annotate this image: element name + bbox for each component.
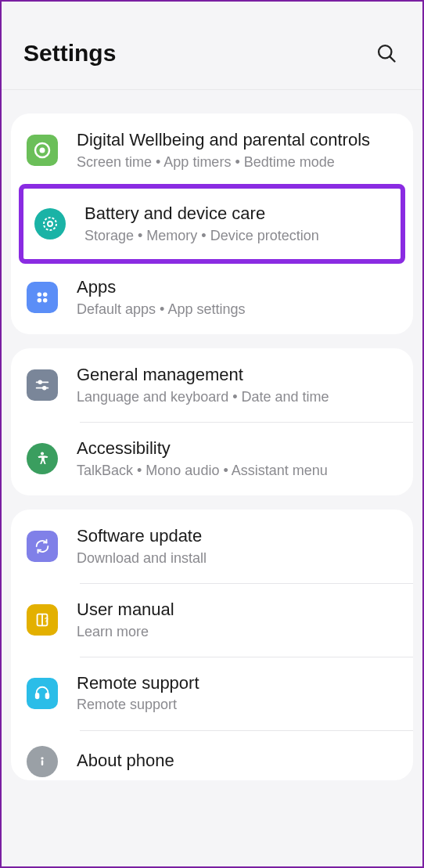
highlighted-item: Battery and device care Storage • Memory…	[19, 184, 405, 264]
item-title: Software update	[77, 525, 399, 548]
settings-section: General management Language and keyboard…	[11, 348, 413, 495]
svg-text:?: ?	[45, 617, 49, 624]
item-subtitle: TalkBack • Mono audio • Assistant menu	[77, 462, 399, 480]
svg-point-11	[38, 380, 41, 384]
svg-point-20	[41, 757, 43, 759]
item-title: About phone	[77, 750, 399, 773]
user-manual-icon: ?	[27, 604, 58, 636]
svg-point-4	[44, 218, 56, 230]
general-management-icon	[27, 369, 58, 401]
item-title: Apps	[77, 276, 399, 299]
item-subtitle: Screen time • App timers • Bedtime mode	[77, 153, 399, 171]
svg-rect-18	[36, 693, 39, 698]
accessibility-icon	[27, 443, 58, 474]
apps-icon	[27, 282, 58, 313]
remote-support-icon	[27, 678, 58, 709]
header: Settings	[2, 2, 422, 90]
svg-point-5	[48, 222, 52, 226]
digital-wellbeing-icon	[27, 135, 58, 166]
item-title: General management	[77, 364, 399, 387]
page-title: Settings	[23, 40, 116, 67]
search-icon	[375, 42, 397, 64]
device-care-icon	[34, 208, 66, 240]
item-subtitle: Storage • Memory • Device protection	[84, 227, 391, 245]
item-accessibility[interactable]: Accessibility TalkBack • Mono audio • As…	[11, 422, 413, 495]
item-remote-support[interactable]: Remote support Remote support	[11, 657, 413, 730]
svg-point-9	[43, 298, 47, 303]
svg-rect-19	[46, 693, 49, 698]
item-about-phone[interactable]: About phone	[11, 730, 413, 780]
about-phone-icon	[27, 746, 58, 777]
search-button[interactable]	[372, 39, 401, 67]
item-subtitle: Language and keyboard • Date and time	[77, 388, 399, 406]
item-apps[interactable]: Apps Default apps • App settings	[11, 261, 413, 334]
item-subtitle: Default apps • App settings	[77, 301, 399, 319]
item-subtitle: Learn more	[77, 623, 399, 641]
item-digital-wellbeing[interactable]: Digital Wellbeing and parental controls …	[11, 113, 413, 187]
svg-point-3	[40, 147, 45, 153]
item-subtitle: Remote support	[77, 696, 399, 714]
svg-point-14	[41, 452, 44, 455]
item-title: Battery and device care	[84, 203, 391, 225]
item-software-update[interactable]: Software update Download and install	[11, 510, 413, 583]
svg-line-1	[390, 56, 394, 61]
item-title: Accessibility	[77, 438, 399, 460]
settings-section: Software update Download and install ? U…	[11, 510, 413, 780]
svg-point-6	[38, 293, 42, 297]
software-update-icon	[27, 531, 58, 562]
item-general-management[interactable]: General management Language and keyboard…	[11, 348, 413, 422]
item-title: Digital Wellbeing and parental controls	[77, 129, 399, 152]
item-title: User manual	[77, 599, 399, 621]
svg-point-8	[38, 298, 42, 303]
settings-section: Digital Wellbeing and parental controls …	[11, 113, 413, 334]
item-user-manual[interactable]: ? User manual Learn more	[11, 583, 413, 657]
item-title: Remote support	[77, 672, 399, 695]
svg-point-13	[43, 387, 46, 390]
item-battery-device-care[interactable]: Battery and device care Storage • Memory…	[23, 189, 401, 259]
svg-point-7	[43, 293, 47, 297]
svg-rect-21	[41, 760, 44, 765]
item-subtitle: Download and install	[77, 549, 399, 567]
